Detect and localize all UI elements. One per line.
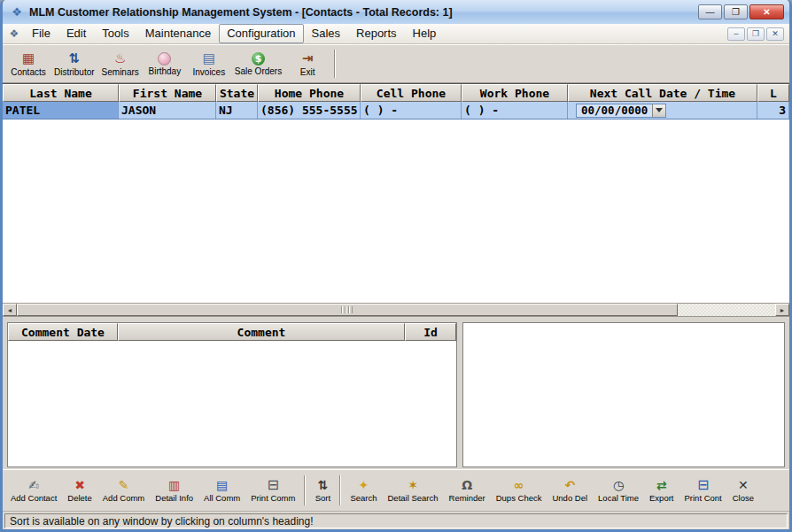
print-cont-printer-icon [695,478,711,492]
sale-orders-button[interactable]: Sale Orders [231,47,285,81]
column-header-id[interactable]: Id [405,323,456,341]
birthday-button[interactable]: Birthday [143,47,187,81]
exit-button[interactable]: Exit [285,47,330,81]
column-header-last-name[interactable]: Last Name [3,84,119,102]
detail-info-button[interactable]: Detail Info [150,476,198,505]
invoices-button[interactable]: Invoices [187,47,231,81]
delete-icon [72,478,88,492]
contact-row[interactable]: PATEL JASON NJ (856) 555-5555 ( ) - ( ) … [3,102,789,120]
cell-state[interactable]: NJ [216,102,258,119]
scroll-left-button[interactable]: ◄ [3,304,17,316]
menu-edit[interactable]: Edit [58,24,94,43]
column-header-comment-date[interactable]: Comment Date [8,323,118,341]
cell-work-phone[interactable]: ( ) - [462,102,568,119]
minimize-button[interactable]: — [698,4,722,19]
menu-maintenance[interactable]: Maintenance [137,24,219,43]
add-comm-button[interactable]: Add Comm [97,476,151,505]
column-header-cell-phone[interactable]: Cell Phone [361,84,462,102]
menu-help[interactable]: Help [405,24,445,43]
menu-tools[interactable]: Tools [94,24,136,43]
distributor-button[interactable]: Distributor [50,47,98,81]
maximize-button[interactable]: ❐ [724,4,748,19]
cell-first-name[interactable]: JASON [119,102,216,119]
export-button[interactable]: Export [644,476,679,505]
mdi-minimize-icon: – [734,29,738,38]
column-header-first-name[interactable]: First Name [119,84,216,102]
undo-del-button[interactable]: Undo Del [547,476,593,505]
reminder-button[interactable]: Reminder [444,476,491,505]
cell-cell-phone[interactable]: ( ) - [361,102,462,119]
local-time-label: Local Time [598,493,639,503]
add-contact-button[interactable]: Add Contact [5,476,62,505]
sort-button[interactable]: Sort [309,476,336,505]
status-message: Sort is available on any window by click… [4,513,788,528]
close-action-button[interactable]: Close [727,476,759,505]
date-dropdown-button[interactable] [652,104,665,117]
grid-empty-area [3,120,789,303]
menu-reports[interactable]: Reports [348,24,405,43]
menu-sales[interactable]: Sales [304,24,349,43]
mdi-minimize-button[interactable]: – [727,27,745,41]
close-label: Close [733,493,754,503]
column-header-state[interactable]: State [216,84,258,102]
seminars-button[interactable]: Seminars [98,47,143,81]
local-time-clock-icon [610,478,626,492]
toolbar-separator [304,475,306,505]
print-cont-button[interactable]: Print Cont [679,476,726,505]
scrollbar-track[interactable] [678,304,775,316]
print-cont-label: Print Cont [684,493,721,503]
menu-file[interactable]: File [24,24,58,43]
app-window: ❖ MLM Customer Relationship Management S… [0,0,792,532]
column-header-next-call[interactable]: Next Call Date / Time [568,84,757,102]
comments-panel: Comment Date Comment Id [7,322,457,467]
all-comm-button[interactable]: All Comm [198,476,245,505]
add-contact-icon [26,478,42,492]
minimize-icon: — [706,8,715,17]
column-header-home-phone[interactable]: Home Phone [258,84,361,102]
title-bar: ❖ MLM Customer Relationship Management S… [3,0,789,24]
dups-check-button[interactable]: Dups Check [491,476,547,505]
scrollbar-thumb[interactable] [17,304,678,316]
detail-search-icon [405,478,421,492]
toolbar-separator [334,50,336,78]
local-time-button[interactable]: Local Time [593,476,644,505]
search-button[interactable]: Search [345,476,382,505]
mdi-restore-button[interactable]: ❐ [747,27,765,41]
column-header-work-phone[interactable]: Work Phone [462,84,568,102]
comments-header: Comment Date Comment Id [8,323,456,341]
delete-label: Delete [67,493,91,503]
maximize-icon: ❐ [732,8,740,17]
horizontal-scrollbar[interactable]: ◄ ► [3,303,789,316]
dups-check-icon [511,478,527,492]
print-comm-button[interactable]: Print Comm [245,476,300,505]
contacts-button[interactable]: Contacts [6,47,50,81]
cell-last-name[interactable]: PATEL [3,102,119,119]
cell-truncated[interactable]: 3 [757,102,789,119]
cell-home-phone[interactable]: (856) 555-5555 [258,102,361,119]
menu-configuration[interactable]: Configuration [219,24,303,43]
detail-search-button[interactable]: Detail Search [383,476,444,505]
reminder-label: Reminder [449,493,485,503]
close-button[interactable]: ✕ [749,4,784,19]
mdi-restore-icon: ❐ [752,29,759,38]
column-header-truncated[interactable]: L [757,84,789,102]
next-call-date-value[interactable]: 00/00/0000 [577,104,652,117]
contacts-icon [19,50,37,66]
seminars-label: Seminars [102,67,139,77]
print-comm-icon [265,478,281,492]
status-bar: Sort is available on any window by click… [3,511,789,529]
column-header-comment[interactable]: Comment [118,323,405,341]
mdi-close-button[interactable]: ✕ [766,27,784,41]
invoices-label: Invoices [192,67,225,77]
contacts-label: Contacts [11,67,45,77]
contacts-grid: Last Name First Name State Home Phone Ce… [3,83,789,317]
sale-orders-label: Sale Orders [235,66,282,76]
reminder-bell-icon [459,478,475,492]
cell-next-call: 00/00/0000 [568,102,757,119]
search-icon [355,478,371,492]
window-title: MLM Customer Relationship Management Sys… [29,6,698,19]
scroll-right-button[interactable]: ► [775,304,789,316]
delete-button[interactable]: Delete [62,476,97,505]
undo-del-label: Undo Del [552,493,587,503]
close-x-icon [735,478,751,492]
